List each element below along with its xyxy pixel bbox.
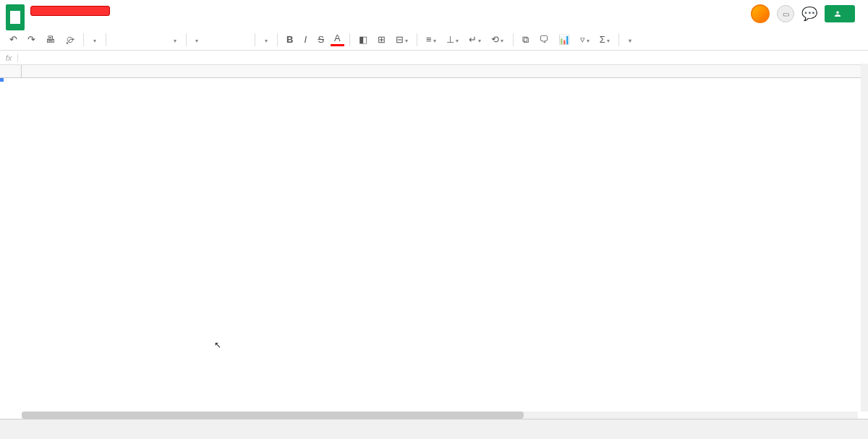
paint-format-button[interactable]: ⌮ bbox=[61, 32, 78, 47]
bold-button[interactable]: B bbox=[283, 32, 297, 47]
italic-button[interactable]: I bbox=[299, 32, 311, 47]
currency-button[interactable] bbox=[111, 38, 123, 42]
comments-icon[interactable]: 💬 bbox=[801, 6, 817, 22]
comment-button[interactable]: 🗨 bbox=[535, 32, 552, 47]
user-avatar-1[interactable] bbox=[751, 4, 770, 23]
fx-label: fx bbox=[0, 54, 18, 62]
num-format-button[interactable] bbox=[169, 33, 181, 46]
horizontal-scrollbar[interactable] bbox=[22, 412, 858, 419]
fill-color-button[interactable]: ◧ bbox=[355, 32, 371, 47]
rotate-button[interactable]: ⟲ bbox=[488, 32, 507, 47]
explore-button[interactable] bbox=[624, 33, 636, 46]
chart-button[interactable]: 📊 bbox=[555, 32, 574, 47]
functions-button[interactable]: Σ bbox=[596, 32, 613, 47]
borders-button[interactable]: ⊞ bbox=[374, 32, 389, 47]
sheets-logo[interactable] bbox=[6, 4, 25, 30]
doc-title[interactable] bbox=[30, 4, 110, 17]
all-sheets-button[interactable] bbox=[16, 427, 25, 432]
font-select[interactable] bbox=[192, 33, 250, 46]
dec-decrease-button[interactable] bbox=[140, 38, 152, 42]
valign-button[interactable]: ⊥ bbox=[443, 32, 462, 47]
halign-button[interactable]: ≡ bbox=[422, 32, 440, 47]
selection-handle[interactable] bbox=[0, 78, 4, 82]
share-button[interactable] bbox=[825, 5, 855, 22]
print-button[interactable]: 🖶 bbox=[42, 32, 59, 47]
zoom-select[interactable] bbox=[89, 33, 101, 46]
toolbar: ↶ ↷ 🖶 ⌮ B I S A ◧ ⊞ ⊟ ≡ ⊥ ↵ ⟲ ⧉ 🗨 📊 ▿ Σ bbox=[0, 29, 868, 51]
percent-button[interactable] bbox=[126, 38, 137, 42]
undo-button[interactable]: ↶ bbox=[6, 32, 21, 47]
strike-button[interactable]: S bbox=[314, 32, 328, 47]
select-all-corner[interactable] bbox=[0, 65, 22, 77]
add-sheet-button[interactable] bbox=[6, 427, 14, 432]
redacted-title bbox=[30, 6, 110, 16]
text-color-button[interactable]: A bbox=[331, 33, 344, 46]
mouse-cursor: ↖ bbox=[214, 340, 221, 350]
merge-button[interactable]: ⊟ bbox=[392, 32, 412, 47]
redo-button[interactable]: ↷ bbox=[24, 32, 39, 47]
vertical-scrollbar[interactable] bbox=[861, 64, 868, 412]
filter-button[interactable]: ▿ bbox=[576, 32, 593, 47]
link-button[interactable]: ⧉ bbox=[519, 32, 532, 48]
font-size-select[interactable] bbox=[260, 33, 272, 46]
user-avatar-2[interactable]: ▭ bbox=[777, 5, 794, 22]
dec-increase-button[interactable] bbox=[155, 38, 166, 42]
wrap-button[interactable]: ↵ bbox=[465, 32, 485, 47]
